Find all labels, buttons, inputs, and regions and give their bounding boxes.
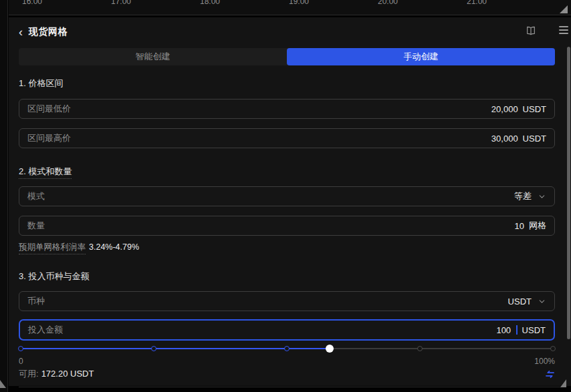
resize-handle-top-right-icon[interactable]	[560, 5, 568, 13]
page-title: 现货网格	[29, 26, 68, 38]
investment-amount-input[interactable]: 投入金额 100 USDT	[19, 319, 555, 341]
investment-percent-slider[interactable]	[19, 344, 555, 353]
available-value: 172.20 USDT	[41, 369, 94, 379]
investment-amount-label: 投入金额	[28, 324, 63, 336]
investment-amount-value: 100	[496, 325, 511, 335]
back-button[interactable]: ‹ 现货网格	[19, 26, 68, 38]
tab-manual-create[interactable]: 手动创建	[287, 48, 555, 65]
slider-tick[interactable]	[417, 346, 423, 351]
min-price-value: 20,000	[491, 104, 518, 114]
chevron-down-icon	[538, 192, 546, 201]
resize-handle-bottom-right-icon[interactable]	[560, 379, 566, 387]
app-window: 16:0017:0018:0019:0020:0021:00 ‹ 现货网格 智能…	[0, 0, 571, 392]
mode-value: 等差	[514, 190, 532, 202]
slider-labels: 0 100%	[19, 357, 555, 366]
grid-profit-note: 预期单网格利润率3.24%-4.79%	[19, 242, 555, 253]
currency-value: USDT	[508, 297, 532, 307]
create-mode-tabs: 智能创建 手动创建	[19, 48, 555, 65]
time-tick-label: 21:00	[467, 0, 487, 6]
currency-label: 币种	[27, 295, 45, 307]
quantity-unit: 网格	[529, 220, 546, 232]
slider-ticks	[21, 348, 553, 349]
slider-tick[interactable]	[284, 346, 290, 351]
max-price-label: 区间最高价	[27, 132, 71, 144]
resize-handle-bottom-left-icon[interactable]	[0, 380, 6, 388]
slider-tick[interactable]	[550, 346, 556, 351]
min-price-label: 区间最低价	[27, 103, 71, 115]
slider-tick[interactable]	[151, 346, 156, 351]
slider-tick[interactable]	[18, 346, 23, 351]
slider-thumb[interactable]	[326, 345, 334, 353]
text-cursor	[516, 325, 518, 335]
available-balance-row: 可用:172.20 USDT	[19, 368, 555, 380]
slider-min-label: 0	[19, 357, 23, 366]
time-tick-label: 16:00	[22, 0, 42, 6]
section-title-price-range: 1. 价格区间	[19, 77, 555, 89]
section-title-investment: 3. 投入币种与金额	[19, 270, 555, 282]
grid-profit-label: 预期单网格利润率	[19, 242, 86, 254]
time-tick-label: 19:00	[289, 0, 309, 6]
min-price-field[interactable]: 区间最低价 20,000 USDT	[19, 99, 555, 119]
vertical-scrollbar[interactable]	[567, 47, 570, 339]
mode-label: 模式	[27, 190, 45, 202]
quantity-value: 10	[515, 221, 524, 231]
grid-profit-value: 3.24%-4.79%	[89, 242, 139, 252]
investment-amount-unit: USDT	[522, 325, 546, 335]
max-price-field[interactable]: 区间最高价 30,000 USDT	[19, 128, 555, 148]
panel-header: ‹ 现货网格	[19, 17, 555, 41]
main-column: 16:0017:0018:0019:0020:0021:00 ‹ 现货网格 智能…	[9, 0, 571, 392]
quantity-label: 数量	[27, 220, 45, 232]
transfer-swap-icon[interactable]	[545, 370, 555, 379]
max-price-unit: USDT	[523, 134, 546, 144]
chevron-down-icon	[538, 297, 546, 306]
max-price-value: 30,000	[491, 134, 518, 144]
guide-book-icon[interactable]	[526, 25, 536, 39]
slider-max-label: 100%	[534, 357, 555, 366]
back-chevron-icon: ‹	[19, 27, 23, 37]
quantity-field[interactable]: 数量 10 网格	[19, 216, 555, 236]
menu-icon[interactable]	[559, 26, 568, 36]
mode-select[interactable]: 模式 等差	[19, 186, 555, 206]
chart-time-axis: 16:0017:0018:0019:0020:0021:00	[9, 0, 571, 15]
section-title-mode-quantity: 2. 模式和数量	[19, 166, 555, 178]
available-label: 可用:	[19, 369, 39, 379]
min-price-unit: USDT	[523, 104, 546, 114]
time-tick-label: 18:00	[200, 0, 220, 6]
tab-smart-create[interactable]: 智能创建	[19, 48, 287, 65]
panel-bottom-divider	[19, 387, 561, 387]
slider-track[interactable]	[21, 348, 553, 349]
spot-grid-panel: ‹ 现货网格 智能创建 手动创建 1. 价格区间 区间最低价 2	[9, 17, 571, 386]
left-edge-strip	[0, 0, 8, 392]
time-tick-label: 17:00	[111, 0, 131, 6]
currency-select[interactable]: 币种 USDT	[19, 291, 555, 311]
time-tick-label: 20:00	[378, 0, 398, 6]
